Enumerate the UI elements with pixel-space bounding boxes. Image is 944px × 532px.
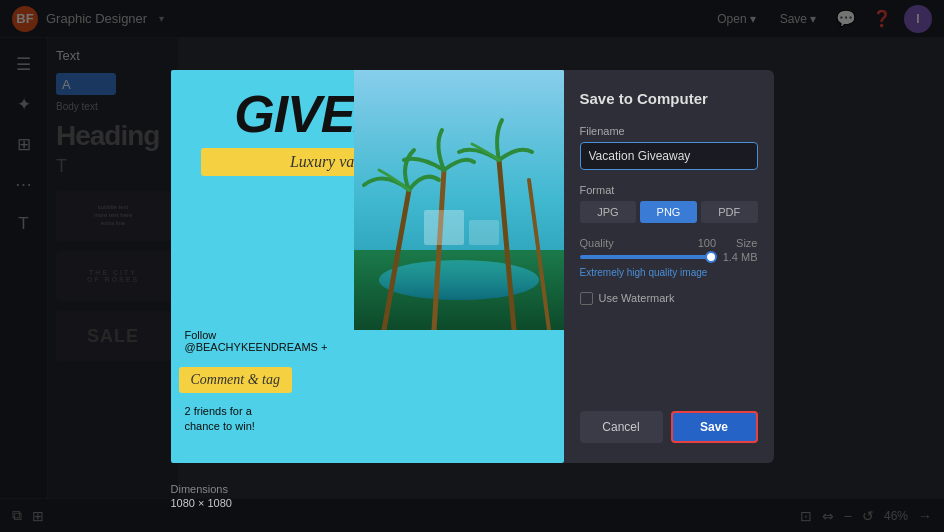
- friends-text: 2 friends for a chance to win!: [185, 404, 255, 435]
- format-png-button[interactable]: PNG: [640, 201, 697, 223]
- canvas-preview: GIVEAWAY Luxury vacation for two Follow …: [171, 70, 564, 463]
- size-value: 1.4 MB: [723, 251, 758, 263]
- filename-label: Filename: [580, 125, 758, 137]
- quality-row: Quality 100 Size 1.4 MB Extremely high q…: [580, 237, 758, 278]
- dimensions-label: Dimensions: [171, 483, 232, 495]
- svg-point-2: [379, 260, 539, 300]
- dialog-actions: Cancel Save: [580, 403, 758, 443]
- watermark-checkbox[interactable]: [580, 292, 593, 305]
- modal-container: GIVEAWAY Luxury vacation for two Follow …: [171, 70, 774, 463]
- dialog-title: Save to Computer: [580, 90, 758, 107]
- quality-value: 100: [698, 237, 716, 249]
- cancel-button[interactable]: Cancel: [580, 411, 663, 443]
- watermark-row: Use Watermark: [580, 292, 758, 305]
- comment-ribbon: Comment & tag: [179, 367, 292, 393]
- filename-input[interactable]: [580, 142, 758, 170]
- format-jpg-button[interactable]: JPG: [580, 201, 637, 223]
- modal-overlay: GIVEAWAY Luxury vacation for two Follow …: [0, 0, 944, 532]
- svg-rect-7: [424, 210, 464, 245]
- format-group: Format JPG PNG PDF: [580, 184, 758, 223]
- format-buttons: JPG PNG PDF: [580, 201, 758, 223]
- svg-rect-8: [469, 220, 499, 245]
- watermark-label: Use Watermark: [599, 292, 675, 304]
- quality-note: Extremely high quality image: [580, 267, 758, 278]
- dimensions-value: 1080 × 1080: [171, 497, 232, 509]
- photo-area: [354, 70, 564, 330]
- follow-section: Follow @BEACHYKEENDREAMS +: [185, 329, 328, 353]
- size-label: Size: [736, 237, 757, 249]
- quality-thumb[interactable]: [705, 251, 717, 263]
- format-pdf-button[interactable]: PDF: [701, 201, 758, 223]
- quality-label: Quality: [580, 237, 614, 249]
- save-button[interactable]: Save: [671, 411, 758, 443]
- quality-track[interactable]: [580, 255, 711, 259]
- save-dialog: Save to Computer Filename Format JPG PNG…: [564, 70, 774, 463]
- format-label: Format: [580, 184, 758, 196]
- filename-group: Filename: [580, 125, 758, 170]
